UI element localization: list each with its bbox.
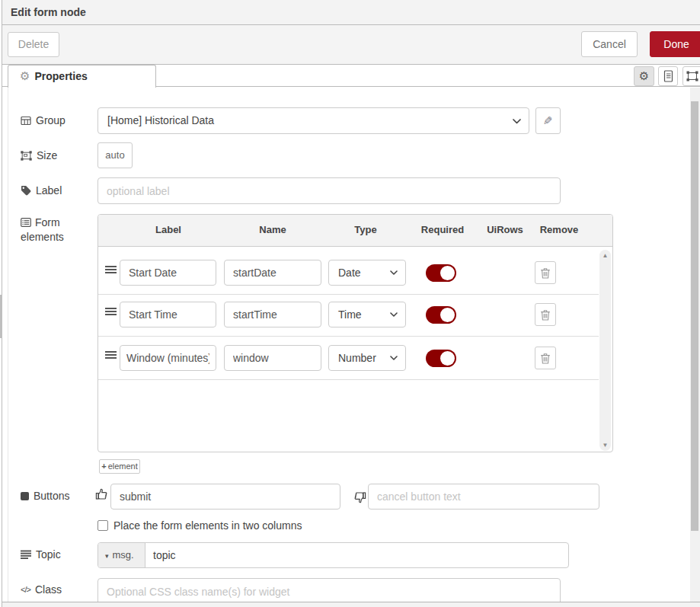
column-header-label: Label <box>155 224 181 235</box>
plus-icon: + <box>101 462 106 471</box>
edit-group-button[interactable]: ✎ <box>535 107 561 134</box>
drag-handle-icon[interactable] <box>105 266 117 275</box>
table-scrollbar[interactable]: ▲ ▼ <box>599 250 611 451</box>
two-columns-label: Place the form elements in two columns <box>113 519 302 532</box>
toggle-knob <box>440 308 455 322</box>
topic-field-label: Topic <box>21 548 61 561</box>
form-element-row: Time <box>98 302 612 332</box>
cancel-button-text-input[interactable] <box>368 484 599 510</box>
size-button[interactable]: auto <box>97 142 133 168</box>
toggle-knob <box>440 266 455 280</box>
element-label-input[interactable] <box>120 260 216 286</box>
gear-icon: ⚙ <box>639 69 649 83</box>
element-name-input[interactable] <box>224 260 321 286</box>
thumbs-up-icon <box>95 487 109 501</box>
remove-element-button[interactable] <box>535 303 556 326</box>
trash-icon <box>540 309 551 321</box>
table-icon <box>21 116 31 126</box>
tray-resize-grip[interactable] <box>0 295 2 338</box>
drag-handle-icon[interactable] <box>105 308 117 317</box>
tray-footer <box>2 602 700 607</box>
square-icon <box>21 492 29 500</box>
cancel-button[interactable]: Cancel <box>581 31 638 57</box>
element-label-input[interactable] <box>120 345 216 371</box>
chevron-down-icon <box>390 356 398 360</box>
list-icon <box>21 550 31 559</box>
drag-handle-icon[interactable] <box>105 351 117 360</box>
label-field-label: Label <box>21 184 62 196</box>
submit-button-text-input[interactable] <box>110 484 340 510</box>
topic-value-input[interactable]: topic <box>145 543 176 567</box>
scroll-up-icon[interactable]: ▲ <box>599 252 611 259</box>
column-header-remove: Remove <box>540 224 579 235</box>
tab-properties-label: Properties <box>34 70 87 82</box>
dialog-header: Edit form node <box>2 0 700 25</box>
gear-icon: ⚙ <box>20 69 30 82</box>
code-icon: </> <box>21 585 30 594</box>
scrollbar-thumb[interactable] <box>691 101 698 531</box>
element-name-input[interactable] <box>224 345 321 371</box>
dialog-toolbar: Delete Cancel Done <box>2 25 700 65</box>
element-type-select[interactable]: Date <box>328 260 406 286</box>
topic-typed-input: ▾msg. topic <box>97 542 569 568</box>
form-elements-field-label: Form elements <box>21 216 78 244</box>
required-toggle[interactable] <box>426 264 456 282</box>
chevron-down-icon <box>390 270 398 275</box>
edit-form-node-dialog: Edit form node Delete Cancel Done ⚙Prope… <box>0 0 700 607</box>
chevron-down-icon <box>390 312 398 317</box>
size-field-label: Size <box>21 149 57 161</box>
group-field-label: Group <box>21 114 66 126</box>
properties-toggle-button[interactable]: ⚙ <box>634 66 654 86</box>
remove-element-button[interactable] <box>535 261 556 284</box>
class-input[interactable] <box>97 578 561 605</box>
add-element-button[interactable]: +element <box>99 459 140 474</box>
remove-element-button[interactable] <box>535 347 556 369</box>
list-alt-icon <box>21 218 31 227</box>
label-input[interactable] <box>97 177 561 204</box>
column-header-type: Type <box>354 224 376 235</box>
dialog-scrollbar[interactable] <box>690 88 700 602</box>
chevron-down-icon <box>513 119 521 124</box>
tag-icon <box>21 185 31 196</box>
row-separator <box>98 379 599 380</box>
appearance-button[interactable] <box>682 66 700 86</box>
class-field-label: </> Class <box>21 583 62 596</box>
column-header-name: Name <box>259 224 286 235</box>
done-button[interactable]: Done <box>650 31 700 57</box>
dialog-title: Edit form node <box>11 6 86 18</box>
element-name-input[interactable] <box>224 302 321 327</box>
form-element-row: Date <box>98 260 612 290</box>
thumbs-down-icon <box>353 490 366 504</box>
buttons-field-label: Buttons <box>21 490 69 502</box>
element-type-select[interactable]: Number <box>328 345 406 371</box>
description-button[interactable] <box>658 66 678 86</box>
pencil-icon: ✎ <box>543 108 553 133</box>
form-elements-table: Label Name Type Required UiRows Remove D… <box>97 214 613 452</box>
group-select[interactable]: [Home] Historical Data <box>97 107 529 134</box>
row-separator <box>98 336 599 337</box>
content-left-divider <box>8 87 8 602</box>
column-header-required: Required <box>421 224 464 235</box>
trash-icon <box>540 267 551 279</box>
column-header-uirows: UiRows <box>487 224 523 235</box>
object-group-icon <box>21 151 32 161</box>
object-group-icon <box>686 71 698 81</box>
tab-properties[interactable]: ⚙Properties <box>8 65 156 88</box>
required-toggle[interactable] <box>426 350 456 367</box>
caret-down-icon: ▾ <box>105 552 109 560</box>
element-type-select[interactable]: Time <box>328 302 406 327</box>
scroll-down-icon[interactable]: ▼ <box>599 442 611 449</box>
form-elements-table-header: Label Name Type Required UiRows Remove <box>98 215 612 247</box>
topic-type-select[interactable]: ▾msg. <box>98 543 145 567</box>
trash-icon <box>540 353 551 364</box>
two-columns-checkbox[interactable] <box>97 520 108 531</box>
form-element-row: Number <box>98 345 612 375</box>
toggle-knob <box>440 351 455 366</box>
document-icon <box>663 70 673 82</box>
required-toggle[interactable] <box>426 306 456 324</box>
delete-button[interactable]: Delete <box>8 32 59 57</box>
row-separator <box>98 294 599 295</box>
element-label-input[interactable] <box>120 302 216 327</box>
